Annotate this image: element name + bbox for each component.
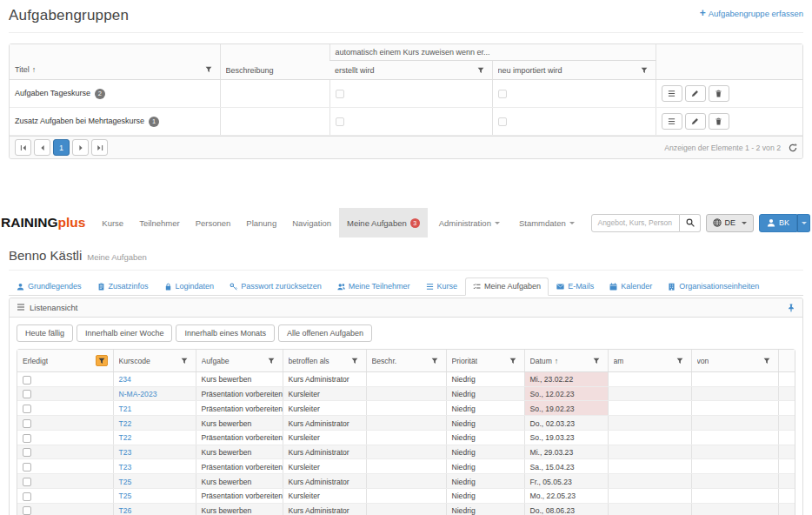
tab-logindaten[interactable]: Logindaten (156, 278, 223, 296)
nav-item-kurse[interactable]: Kurse (94, 208, 131, 237)
filter-beschr--button[interactable] (429, 355, 441, 366)
erledigt-checkbox[interactable] (23, 463, 31, 472)
row-delete-button[interactable] (709, 113, 729, 130)
row-tasks-button[interactable] (662, 113, 682, 130)
erledigt-checkbox[interactable] (23, 478, 31, 486)
task-datum: Mi., 29.03.23 (524, 445, 608, 459)
column-header-beschr-[interactable]: Beschr. (366, 350, 446, 372)
erledigt-checkbox[interactable] (23, 405, 31, 413)
filter-datum-button[interactable] (590, 355, 602, 366)
column-header-prioritat[interactable]: Priorität (446, 350, 524, 372)
erledigt-checkbox[interactable] (23, 419, 31, 428)
filter-innerhalb-eines-monats-button[interactable]: Innerhalb eines Monats (176, 324, 275, 342)
filter-titel-button[interactable] (203, 64, 215, 75)
column-header-am[interactable]: am (608, 350, 691, 372)
column-header-aufgabe[interactable]: Aufgabe (196, 350, 283, 372)
kurscode-link[interactable]: T22 (119, 433, 132, 442)
aufgabengruppen-pager-next-button[interactable] (72, 139, 89, 156)
tab-passwort-zurucksetzen[interactable]: Passwort zurücksetzen (222, 278, 329, 296)
spacer-cell (778, 474, 795, 489)
filter-prioritat-button[interactable] (507, 355, 519, 366)
kurscode-link[interactable]: T26 (119, 506, 132, 515)
kurscode-link[interactable]: T25 (119, 492, 132, 500)
row-edit-button[interactable] (685, 113, 706, 130)
column-header-erstellt-wird[interactable]: erstellt wird (329, 61, 492, 80)
aufgabengruppen-pager-first-button[interactable] (15, 139, 31, 156)
filter-importiert-button[interactable] (638, 64, 650, 76)
filter-alle-offenen-aufgaben-button[interactable]: Alle offenen Aufgaben (278, 324, 372, 342)
nav-item-planung[interactable]: Planung (238, 208, 284, 237)
pencil-icon (691, 90, 699, 97)
tab-zusatzinfos[interactable]: Zusatzinfos (90, 278, 156, 296)
nav-item-stammdaten[interactable]: Stammdaten (511, 208, 582, 237)
filter-kurscode-button[interactable] (178, 355, 190, 366)
column-header-kurscode[interactable]: Kurscode (113, 350, 196, 372)
neu-importiert-checkbox[interactable] (498, 117, 507, 126)
search-button[interactable] (680, 214, 701, 232)
tab-kurse[interactable]: Kurse (418, 278, 466, 296)
column-header-titel[interactable]: Titel ↑ (10, 44, 220, 80)
task-row: 234Kurs bewerbenKurs AdministratorNiedri… (17, 372, 795, 387)
column-header-beschreibung[interactable]: Beschreibung (220, 44, 329, 80)
kurscode-link[interactable]: N-MA-2023 (119, 390, 157, 398)
column-header-betroffen-als[interactable]: betroffen als (283, 350, 366, 372)
aufgabengruppen-pager-last-button[interactable] (91, 139, 108, 156)
neu-importiert-checkbox[interactable] (498, 90, 507, 98)
search-input[interactable] (591, 214, 680, 232)
language-dropdown-button[interactable]: DE (706, 214, 754, 232)
aufgabengruppen-pager-prev-button[interactable] (34, 139, 50, 156)
nav-item-teilnehmer[interactable]: Teilnehmer (131, 208, 187, 237)
column-header-datum[interactable]: Datum↑ (524, 350, 608, 372)
tab-organisationseinheiten[interactable]: Organisationseinheiten (660, 278, 767, 296)
erledigt-checkbox[interactable] (23, 390, 31, 398)
erledigt-checkbox[interactable] (23, 434, 31, 443)
erledigt-checkbox[interactable] (23, 448, 31, 457)
aufgabengruppen-refresh-button[interactable] (789, 144, 797, 152)
sort-asc-icon: ↑ (555, 357, 559, 365)
aufgabengruppen-pager-page-1[interactable]: 1 (53, 139, 70, 156)
erstellt-wird-checkbox[interactable] (336, 117, 344, 126)
filter-von-button[interactable] (761, 355, 773, 366)
tab-grundlegendes[interactable]: Grundlegendes (9, 278, 90, 296)
filter-am-button[interactable] (674, 355, 686, 366)
filter-erledigt-button[interactable] (96, 355, 108, 366)
tab-kalender[interactable]: Kalender (602, 278, 660, 296)
user-caret-button[interactable] (797, 214, 810, 232)
kurscode-link[interactable]: 234 (119, 375, 131, 384)
column-header-von[interactable]: von (691, 350, 778, 372)
kurscode-link[interactable]: T23 (119, 448, 132, 457)
kurscode-link[interactable]: T22 (119, 419, 132, 428)
filter-heute-fallig-button[interactable]: Heute fällig (17, 324, 73, 342)
nav-item-navigation[interactable]: Navigation (284, 208, 339, 237)
erledigt-checkbox[interactable] (23, 506, 31, 515)
task-beschreibung (366, 401, 446, 416)
kurscode-link[interactable]: T25 (119, 478, 132, 486)
filter-innerhalb-einer-woche-button[interactable]: Innerhalb einer Woche (77, 324, 172, 342)
erstellt-wird-checkbox[interactable] (336, 90, 344, 98)
filter-betroffen-als-button[interactable] (349, 355, 361, 366)
kurscode-link[interactable]: T23 (119, 463, 132, 472)
tab-e-mails[interactable]: E-Mails (549, 278, 602, 296)
kurscode-link[interactable]: T21 (119, 405, 132, 413)
nav-item-administration[interactable]: Administration (431, 208, 508, 237)
filter-erstellt-button[interactable] (475, 64, 487, 76)
filter-aufgabe-button[interactable] (265, 355, 277, 366)
nav-item-meine-aufgaben[interactable]: Meine Aufgaben3 (339, 208, 428, 237)
task-row: T23Präsentation vorbereitenKursleiterNie… (17, 459, 795, 474)
brand-logo[interactable]: RAININGplus (0, 208, 94, 237)
column-header-neu-importiert[interactable]: neu importiert wird (492, 61, 656, 80)
create-aufgabengruppe-link[interactable]: + Aufgabengruppe erfassen (700, 9, 803, 18)
erledigt-checkbox[interactable] (23, 376, 31, 385)
tab-meine-teilnehmer[interactable]: Meine Teilnehmer (329, 278, 418, 296)
pin-icon (787, 304, 795, 312)
tab-meine-aufgaben[interactable]: Meine Aufgaben (465, 278, 549, 296)
erledigt-checkbox[interactable] (23, 492, 31, 501)
globe-icon (713, 218, 722, 227)
user-button[interactable]: BK (759, 214, 797, 232)
nav-item-personen[interactable]: Personen (188, 208, 239, 237)
row-tasks-button[interactable] (662, 85, 682, 102)
pin-button[interactable] (787, 304, 795, 312)
row-delete-button[interactable] (709, 85, 729, 102)
row-edit-button[interactable] (685, 85, 706, 102)
column-header-erledigt[interactable]: Erledigt (17, 350, 113, 372)
